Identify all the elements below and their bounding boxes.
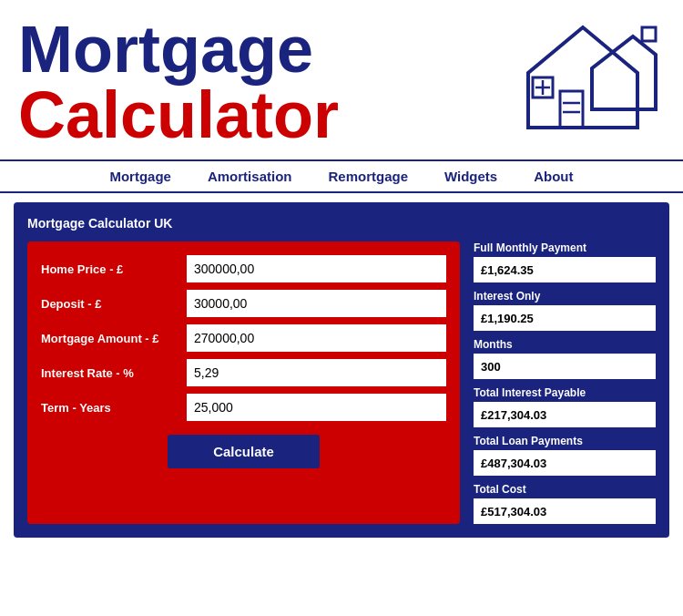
field-row-0: Home Price - £ [41,255,446,282]
calculator-title: Mortgage Calculator UK [27,216,656,231]
navigation: Mortgage Amortisation Remortgage Widgets… [0,159,683,193]
result-value-5 [474,498,656,524]
result-label-2: Months [474,338,656,351]
input-panel: Home Price - £Deposit - £Mortgage Amount… [27,241,460,524]
result-label-0: Full Monthly Payment [474,241,656,254]
calculate-button[interactable]: Calculate [168,435,320,468]
title-line1: Mortgage [18,16,339,82]
field-row-1: Deposit - £ [41,290,446,317]
house-icon [501,9,665,155]
header: Mortgage Calculator [0,0,683,159]
result-label-5: Total Cost [474,483,656,496]
nav-amortisation[interactable]: Amortisation [208,169,292,184]
svg-marker-1 [592,36,656,109]
field-label-2: Mortgage Amount - £ [41,332,187,345]
nav-widgets[interactable]: Widgets [444,169,497,184]
app-title: Mortgage Calculator [18,16,339,148]
field-row-2: Mortgage Amount - £ [41,324,446,352]
result-label-1: Interest Only [474,290,656,303]
result-label-4: Total Loan Payments [474,435,656,447]
svg-rect-3 [560,91,583,128]
title-line2: Calculator [18,82,339,148]
svg-marker-2 [642,27,656,41]
result-value-2 [474,354,656,379]
field-label-1: Deposit - £ [41,297,187,311]
result-value-4 [474,450,656,476]
field-input-3[interactable] [187,359,446,386]
result-label-3: Total Interest Payable [474,386,656,399]
calculator-body: Home Price - £Deposit - £Mortgage Amount… [27,241,656,524]
field-label-4: Term - Years [41,401,187,415]
field-input-2[interactable] [187,324,446,352]
field-input-1[interactable] [187,290,446,317]
nav-about[interactable]: About [534,169,573,184]
field-input-0[interactable] [187,255,446,282]
result-value-1 [474,305,656,331]
nav-mortgage[interactable]: Mortgage [109,169,171,184]
field-input-4[interactable] [187,394,446,421]
calculator-container: Mortgage Calculator UK Home Price - £Dep… [14,202,669,538]
result-value-0 [474,257,656,282]
field-label-3: Interest Rate - % [41,366,187,380]
field-label-0: Home Price - £ [41,262,187,276]
nav-remortgage[interactable]: Remortgage [328,169,408,184]
field-row-3: Interest Rate - % [41,359,446,386]
field-row-4: Term - Years [41,394,446,421]
result-value-3 [474,402,656,427]
results-panel: Full Monthly PaymentInterest OnlyMonthsT… [474,241,656,524]
